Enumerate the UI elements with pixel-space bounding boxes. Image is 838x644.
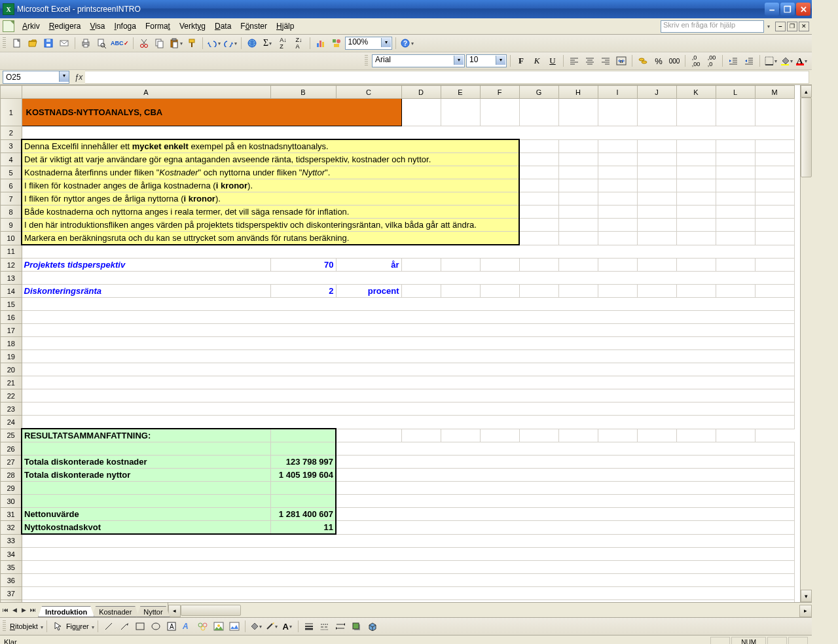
redo-button[interactable]: ▾	[223, 36, 238, 50]
clipart-button[interactable]	[211, 619, 226, 634]
formula-input[interactable]	[85, 71, 809, 84]
menu-visa[interactable]: Visa	[86, 20, 109, 32]
help-dropdown-icon[interactable]: ▾	[767, 24, 770, 29]
vertical-scrollbar[interactable]: ▴ ▾	[801, 85, 812, 602]
menu-data[interactable]: Data	[211, 20, 235, 32]
align-right-button[interactable]	[598, 54, 613, 68]
scroll-down-button[interactable]: ▾	[801, 590, 812, 602]
select-all-corner[interactable]	[1, 86, 22, 99]
toolbar-grip[interactable]	[3, 37, 6, 49]
menu-hjalp[interactable]: Hjälp	[272, 20, 298, 32]
font-color-button[interactable]: A▾	[280, 619, 295, 634]
help-search-input[interactable]: Skriv en fråga för hjälp	[661, 20, 764, 33]
copy-button[interactable]	[153, 36, 167, 50]
menu-arkiv[interactable]: AArkivrkiv	[18, 20, 44, 32]
fill-color-button[interactable]: ▾	[779, 54, 793, 68]
autosum-button[interactable]: Σ▾	[261, 36, 275, 50]
perspective-value[interactable]: 70	[270, 259, 336, 272]
print-button[interactable]	[79, 36, 93, 50]
spelling-button[interactable]: ABC✓	[110, 36, 130, 50]
increase-decimal-button[interactable]: ,0,00	[689, 54, 703, 68]
toolbar-grip[interactable]	[365, 55, 368, 67]
tab-nav-prev[interactable]: ◀	[10, 605, 18, 615]
decrease-indent-button[interactable]	[726, 54, 740, 68]
undo-button[interactable]: ▾	[206, 36, 221, 50]
scroll-left-button[interactable]: ◂	[168, 605, 181, 617]
help-button[interactable]: ?▾	[399, 36, 414, 50]
draw-menu[interactable]: Ritobjekt ▾	[10, 622, 43, 630]
menu-redigera[interactable]: Redigera	[45, 20, 85, 32]
borders-button[interactable]: ▾	[763, 54, 778, 68]
name-box[interactable]: O25▾	[3, 71, 69, 84]
menu-infoga[interactable]: Infoga	[111, 20, 140, 32]
decrease-decimal-button[interactable]: ,00,0	[704, 54, 719, 68]
toolbar-grip[interactable]	[3, 620, 6, 632]
textbox-button[interactable]: A	[164, 619, 179, 634]
tab-nav-next[interactable]: ▶	[20, 605, 27, 615]
tab-nav-last[interactable]: ⏭	[29, 605, 37, 615]
merge-center-button[interactable]: a	[614, 54, 628, 68]
underline-button[interactable]: U	[545, 54, 560, 68]
scroll-up-button[interactable]: ▴	[801, 85, 812, 98]
increase-indent-button[interactable]	[742, 54, 756, 68]
paste-button[interactable]: ▾	[168, 36, 183, 50]
sheet-tab-kostnader[interactable]: Kostnader	[92, 606, 139, 617]
menu-format[interactable]: Format	[141, 20, 174, 32]
wordart-button[interactable]: A	[180, 619, 194, 634]
chart-wizard-button[interactable]	[314, 36, 328, 50]
percent-button[interactable]: %	[651, 54, 666, 68]
shadow-button[interactable]	[349, 619, 363, 634]
discount-value[interactable]: 2	[270, 285, 336, 298]
comma-style-button[interactable]: 000	[667, 54, 682, 68]
scroll-right-button[interactable]: ▸	[799, 605, 812, 617]
arrow-style-button[interactable]	[333, 619, 348, 634]
sheet-tab-nyttor[interactable]: Nyttor	[136, 606, 170, 617]
cut-button[interactable]	[137, 36, 151, 50]
3d-button[interactable]	[365, 619, 379, 634]
sheet-tab-introduktion[interactable]: Introduktion	[38, 606, 94, 617]
currency-button[interactable]	[636, 54, 650, 68]
fill-color-button[interactable]: ▾	[249, 619, 263, 634]
save-button[interactable]	[41, 36, 56, 50]
print-preview-button[interactable]	[94, 36, 109, 50]
hyperlink-button[interactable]	[245, 36, 259, 50]
align-center-button[interactable]	[583, 54, 597, 68]
new-button[interactable]	[10, 36, 24, 50]
scroll-thumb[interactable]	[801, 98, 812, 177]
mdi-restore-button[interactable]: ❐	[787, 22, 797, 31]
autoshapes-menu[interactable]: Figurer ▾	[66, 622, 94, 630]
arrow-button[interactable]	[117, 619, 132, 634]
row-header[interactable]: 1	[1, 99, 22, 126]
rectangle-button[interactable]	[133, 619, 147, 634]
grid[interactable]: AB CD EF GH IJ KL M 1 KOSTNADS-NYTTOANAL…	[0, 85, 795, 602]
italic-button[interactable]: K	[530, 54, 544, 68]
mdi-close-button[interactable]: ✕	[799, 22, 809, 31]
line-button[interactable]	[101, 619, 116, 634]
close-button[interactable]: ✕	[796, 3, 811, 16]
zoom-select[interactable]: 100%▾	[345, 37, 392, 50]
dash-style-button[interactable]	[318, 619, 332, 634]
menu-verktyg[interactable]: Verktyg	[175, 20, 210, 32]
minimize-button[interactable]: ‒	[765, 3, 779, 16]
align-left-button[interactable]	[567, 54, 581, 68]
oval-button[interactable]	[149, 619, 163, 634]
select-objects-button[interactable]	[50, 619, 65, 634]
scroll-thumb[interactable]	[181, 605, 241, 616]
horizontal-scrollbar[interactable]: ◂ ▸	[168, 605, 812, 616]
drawing-toggle-button[interactable]	[329, 36, 344, 50]
maximize-button[interactable]: ❐	[780, 3, 795, 16]
diagram-button[interactable]	[196, 619, 210, 634]
format-painter-button[interactable]	[185, 36, 199, 50]
line-style-button[interactable]	[302, 619, 316, 634]
mail-button[interactable]	[57, 36, 71, 50]
insert-picture-button[interactable]	[227, 619, 242, 634]
font-color-button[interactable]: A▾	[795, 54, 809, 68]
bold-button[interactable]: F	[514, 54, 528, 68]
fx-icon[interactable]: ƒx	[72, 73, 85, 82]
column-headers[interactable]: AB CD EF GH IJ KL M	[1, 86, 795, 99]
font-name-select[interactable]: Arial▾	[372, 54, 465, 67]
sort-desc-button[interactable]: Z↓A	[292, 36, 306, 50]
menu-fonster[interactable]: Fönster	[236, 20, 271, 32]
sort-asc-button[interactable]: A↓Z	[276, 36, 291, 50]
open-button[interactable]	[26, 36, 40, 50]
